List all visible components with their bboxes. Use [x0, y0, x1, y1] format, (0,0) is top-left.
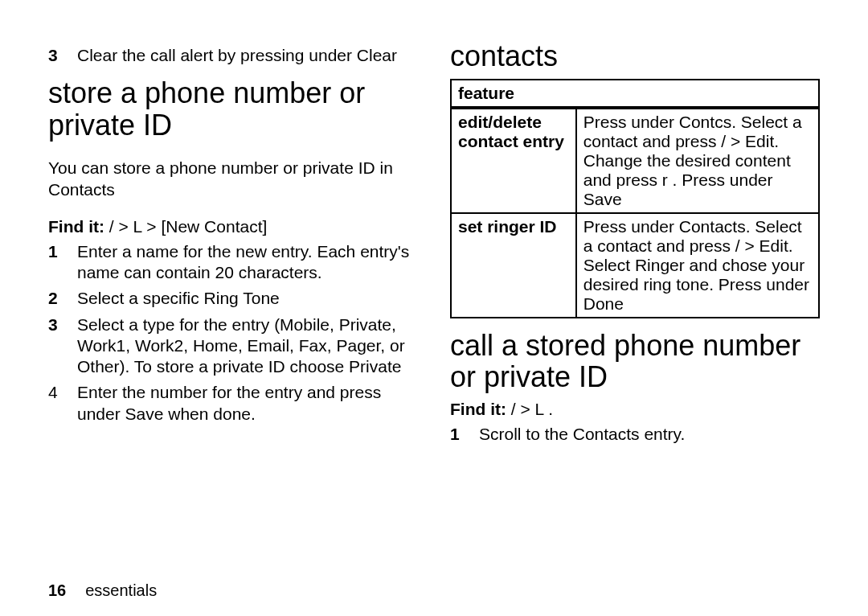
page-number: 16: [48, 581, 66, 600]
find-it-label: Find it:: [48, 217, 104, 236]
find-it-path-2: / > L .: [511, 400, 553, 418]
heading-contacts: contacts: [450, 40, 820, 72]
step-text: Enter the number for the entry and press…: [77, 382, 418, 425]
step-num: 1: [48, 241, 63, 284]
step-num: 1: [450, 424, 465, 445]
step-num: 2: [48, 288, 63, 309]
find-it-label-2: Find it:: [450, 400, 506, 418]
contacts-feature-table: feature edit/delete contact entryPress u…: [450, 79, 820, 318]
left-column: 3 Clear the call alert by pressing under…: [48, 40, 418, 565]
call-steps: 1Scroll to the Contacts entry.: [450, 424, 820, 445]
table-header: feature: [451, 80, 819, 108]
table-feature: set ringer ID: [451, 213, 576, 318]
prev-step-num: 3: [48, 45, 63, 66]
find-it-path: / > L > [New Contact]: [109, 217, 268, 236]
step-num: 3: [48, 314, 63, 378]
intro-store: You can store a phone number or private …: [48, 158, 418, 200]
table-desc: Press under Contcs. Select a contact and…: [576, 108, 819, 213]
heading-call: call a stored phone number or private ID: [450, 330, 820, 393]
step-text: Select a specific Ring Tone: [77, 288, 280, 309]
step-text: Select a type for the entry (Mobile, Pri…: [77, 314, 418, 378]
prev-step-text: Clear the call alert by pressing under C…: [77, 45, 397, 66]
page-footer: 16 essentials: [48, 565, 820, 600]
section-name: essentials: [85, 581, 157, 600]
heading-store: store a phone number or private ID: [48, 77, 418, 141]
table-desc: Press under Contacts. Select a contact a…: [576, 213, 819, 318]
step-num: 4: [48, 382, 63, 425]
step-text: Enter a name for the new entry. Each ent…: [77, 241, 418, 284]
right-column: contacts feature edit/delete contact ent…: [450, 40, 820, 565]
store-steps: 1Enter a name for the new entry. Each en…: [48, 241, 418, 425]
table-feature: edit/delete contact entry: [451, 108, 576, 213]
step-text: Scroll to the Contacts entry.: [479, 424, 685, 445]
